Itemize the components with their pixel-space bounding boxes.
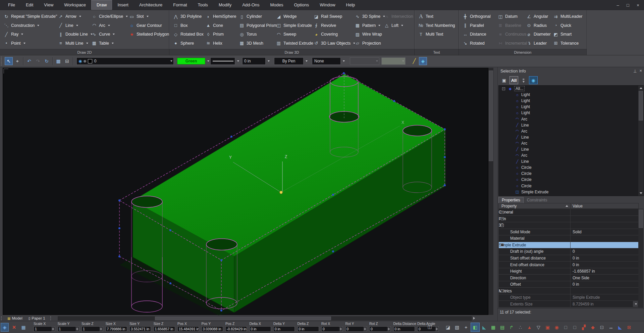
- vertical-scrollbar[interactable]: [488, 68, 493, 315]
- tree-item-arc[interactable]: ◠Arc: [499, 140, 643, 146]
- expander-icon[interactable]: +: [501, 211, 504, 214]
- property-column-header[interactable]: Property: [499, 203, 571, 208]
- ribbon-item-polygonal-prism[interactable]: ▤Polygonal Prism: [237, 21, 274, 30]
- status-field-input[interactable]: 0 in: [298, 326, 319, 332]
- line-style-arrow[interactable]: [235, 58, 240, 64]
- tree-item-arc[interactable]: ◠Arc: [499, 128, 643, 134]
- ribbon-item-construction[interactable]: ⋱Construction: [2, 21, 56, 30]
- ribbon-item-box[interactable]: □Box: [171, 21, 204, 30]
- ribbon-item-3d-mesh[interactable]: ▦3D Mesh: [237, 39, 274, 48]
- pen-combo[interactable]: By Pen: [274, 57, 304, 65]
- spinner-icon[interactable]: [99, 327, 103, 331]
- menu-item-window[interactable]: Window: [314, 0, 340, 10]
- ribbon-item-sphere[interactable]: ●Sphere: [171, 39, 204, 48]
- menu-item-edit[interactable]: Edit: [20, 0, 39, 10]
- ribbon-item-arc[interactable]: ◠Arc: [90, 21, 127, 30]
- ribbon-item-simple-extrude[interactable]: ◫Simple Extrude: [274, 21, 312, 30]
- ribbon-item-multi-line[interactable]: ≡Multi Line: [56, 39, 90, 48]
- ribbon-item-text[interactable]: AText: [417, 12, 459, 21]
- undo-button[interactable]: ↶: [25, 57, 33, 65]
- corner-mark-icon[interactable]: ◣: [615, 323, 625, 332]
- tree-item-circle[interactable]: ○Circle: [499, 177, 643, 183]
- selector-grid-icon[interactable]: ▦: [19, 323, 28, 332]
- ribbon-item-rotated-box[interactable]: ◇Rotated Box: [171, 30, 204, 39]
- color-combo-arrow[interactable]: [205, 58, 210, 64]
- menu-item-file[interactable]: File: [3, 0, 20, 10]
- tree-item-line[interactable]: ╱Line: [499, 158, 643, 164]
- ribbon-item-torus[interactable]: ◎Torus: [237, 30, 274, 39]
- ribbon-item-projection[interactable]: ▱Projection: [353, 39, 382, 48]
- ribbon-item-covering[interactable]: ◕Covering: [312, 30, 353, 39]
- ribbon-item-leader[interactable]: ↴Leader: [525, 39, 551, 48]
- spinner-icon[interactable]: [387, 327, 390, 331]
- expander-icon[interactable]: −: [501, 289, 504, 292]
- menu-item-architecture[interactable]: Architecture: [134, 0, 168, 10]
- tree-item-light[interactable]: ☼Light: [499, 92, 643, 98]
- node-edit-tool[interactable]: ⌖: [13, 57, 21, 65]
- menu-item-modify[interactable]: Modify: [213, 0, 237, 10]
- expander-icon[interactable]: +: [501, 217, 504, 220]
- ribbon-item-diameter[interactable]: ⌀Diameter: [525, 30, 551, 39]
- ribbon-item-orthogonal[interactable]: ╋Orthogonal: [461, 12, 496, 21]
- frame-b-icon[interactable]: □: [570, 323, 579, 332]
- corner-squares-icon[interactable]: ▞: [579, 323, 588, 332]
- ribbon-item-cylinder[interactable]: ▯Cylinder: [237, 12, 274, 21]
- ribbon-item-rail-sweep[interactable]: ◪Rail Sweep: [312, 12, 353, 21]
- property-row-metrics[interactable]: −Metrics: [499, 288, 638, 294]
- color-combo[interactable]: Green: [177, 58, 205, 64]
- stamp-mode-icon[interactable]: ▽: [534, 323, 543, 332]
- menu-item-add-ons[interactable]: Add-Ons: [237, 0, 265, 10]
- status-field-input[interactable]: 0 in: [393, 326, 415, 332]
- tree-scroll-down[interactable]: [638, 191, 643, 196]
- menu-item-workspace[interactable]: Workspace: [59, 0, 91, 10]
- status-field-input[interactable]: 1.656857 in: [154, 326, 175, 332]
- horizontal-scrollbar-thumb[interactable]: [155, 317, 331, 320]
- snap-palette-icon[interactable]: ◈: [1, 323, 9, 332]
- ribbon-item-tolerance[interactable]: ⊞Tolerance: [551, 39, 587, 48]
- spinner-icon[interactable]: [75, 327, 79, 331]
- scroll-right-button[interactable]: [472, 316, 477, 321]
- ribbon-item-sweep[interactable]: ◠Sweep: [274, 30, 312, 39]
- ribbon-item-table[interactable]: ▦Table: [90, 39, 127, 48]
- sheet-tab-model[interactable]: ▦Model: [4, 316, 25, 321]
- ribbon-item-radius[interactable]: ⊙Radius: [525, 21, 551, 30]
- menu-item-options[interactable]: Options: [289, 0, 315, 10]
- strip-grip[interactable]: [1, 316, 3, 320]
- fill-combo-arrow[interactable]: [341, 58, 346, 64]
- ribbon-item-distance[interactable]: ↔Distance: [461, 30, 496, 39]
- menu-item-insert[interactable]: Insert: [112, 0, 134, 10]
- tree-item-light[interactable]: ☼Light: [499, 104, 643, 110]
- tree-item-circle[interactable]: ○Circle: [499, 171, 643, 177]
- property-row-direction[interactable]: DirectionOne Side: [499, 275, 638, 281]
- grid-snap-icon[interactable]: ▦: [489, 323, 498, 332]
- property-row-height[interactable]: Height-1.656857 in: [499, 268, 638, 275]
- repeat-button[interactable]: ↻: [43, 57, 51, 65]
- pen-tool-icon[interactable]: ╱: [410, 57, 418, 65]
- property-row-pen[interactable]: +Pen: [499, 216, 638, 223]
- maximize-button[interactable]: □: [623, 1, 633, 9]
- center-snap-icon[interactable]: ◉: [552, 323, 561, 332]
- pen-combo-arrow[interactable]: [304, 58, 309, 64]
- hatch-toggle-icon[interactable]: ▧: [452, 323, 462, 332]
- ribbon-item-cone[interactable]: ▲Cone: [204, 21, 237, 30]
- ribbon-item-curve[interactable]: ∿Curve: [90, 30, 127, 39]
- ribbon-item-ray[interactable]: ╱Ray: [2, 30, 56, 39]
- tree-item-line[interactable]: ╱Line: [499, 134, 643, 140]
- ribbon-item-3d-law-objects[interactable]: ↺3D Law Objects: [312, 39, 353, 48]
- status-field-input[interactable]: 1: [82, 326, 103, 332]
- select-all-button[interactable]: All: [509, 76, 518, 84]
- ribbon-item-loft[interactable]: △Loft: [382, 21, 414, 30]
- status-field-input[interactable]: 3.552471 in: [129, 326, 151, 332]
- tree-item-light[interactable]: ☼Light: [499, 98, 643, 104]
- minimize-button[interactable]: –: [613, 1, 623, 9]
- render-scheme-icon[interactable]: ◪: [443, 323, 452, 332]
- ribbon-item-circle-ellipse[interactable]: ○Circle/Ellipse: [90, 12, 127, 21]
- model-viewport[interactable]: Y Z X: [3, 68, 488, 315]
- format-painter-icon[interactable]: ◈: [419, 57, 427, 65]
- menu-item-modes[interactable]: Modes: [265, 0, 288, 10]
- ribbon-item-slot[interactable]: ▭Slot: [127, 12, 169, 21]
- ribbon-item-multi-text[interactable]: TMulti Text: [417, 30, 459, 39]
- line-width-combo[interactable]: 0 in: [242, 57, 266, 65]
- ribbon-item-gear-contour[interactable]: ☼Gear Contour: [127, 21, 169, 30]
- ribbon-item-line[interactable]: ╱Line: [56, 21, 90, 30]
